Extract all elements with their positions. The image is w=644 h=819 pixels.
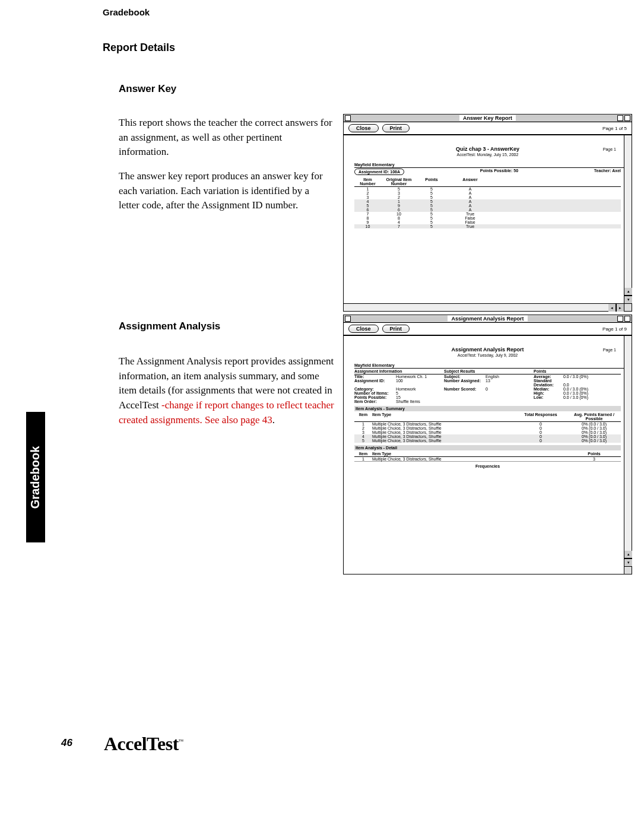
brand-logo: AccelTest™	[104, 733, 183, 755]
zoom-box-icon[interactable]	[617, 316, 623, 322]
value: 100	[396, 379, 403, 383]
window-title: Answer Key Report	[459, 115, 516, 121]
label: Number Scored:	[444, 387, 486, 391]
value: English	[486, 374, 499, 379]
points-possible-label: Points Possible: 50	[404, 169, 594, 175]
section-assignment-info: Assignment Information	[354, 369, 442, 373]
subsection-answer-key: Answer Key	[119, 83, 176, 95]
table-row: 2Multiple Choice, 3 Distractors, Shuffle…	[354, 426, 621, 430]
scroll-right-icon[interactable]: ▸	[616, 304, 624, 312]
cell: Multiple Choice, 3 Distractors, Shuffle	[372, 457, 567, 461]
report-body: Page 1 Quiz chap 3 - AnswerKey AccelTest…	[344, 135, 632, 302]
col-points: Points	[567, 452, 621, 456]
assignment-id-bubble: Assignment ID: 108A	[354, 169, 404, 175]
table-row: 3Multiple Choice, 3 Distractors, Shuffle…	[354, 430, 621, 434]
scroll-left-icon[interactable]: ◂	[608, 304, 616, 312]
label: High:	[534, 391, 563, 395]
table-row: 4Multiple Choice, 3 Distractors, Shuffle…	[354, 434, 621, 439]
scroll-down-icon[interactable]: ▾	[624, 296, 632, 303]
report-subtitle: AccelTest: Monday, July 15, 2002	[348, 153, 627, 157]
label: Number of Items:	[354, 391, 396, 395]
collapse-box-icon[interactable]	[624, 115, 630, 121]
label: Assignment ID:	[354, 379, 396, 383]
value: 13	[486, 379, 490, 383]
frequencies-label: Frequencies	[354, 464, 621, 468]
table-row: 885False	[354, 216, 621, 220]
running-header: Gradebook	[103, 7, 150, 17]
sidebar-tab: Gradebook	[26, 412, 45, 542]
table-row: 945False	[354, 220, 621, 224]
col-item-number: Item Number	[354, 177, 381, 186]
value: Shuffle Items	[396, 399, 420, 404]
trademark: ™	[179, 738, 183, 744]
label: Standard Deviation:	[534, 379, 563, 387]
value: 0.0 / 3.0 (0%)	[563, 391, 588, 395]
summary-rows: 1Multiple Choice, 3 Distractors, Shuffle…	[348, 422, 627, 443]
paragraph: This report shows the teacher the correc…	[119, 116, 332, 160]
scroll-down-icon[interactable]: ▾	[624, 558, 632, 566]
window-toolbar: Close Print Page 1 of 9	[344, 323, 632, 336]
close-button[interactable]: Close	[348, 325, 379, 333]
col-points: Points	[417, 177, 446, 186]
table-row: 5Multiple Choice, 3 Distractors, Shuffle…	[354, 439, 621, 443]
value: 0.0 / 3.0 (0%)	[563, 395, 588, 399]
page-indicator: Page 1 of 9	[602, 326, 627, 332]
cell: 1	[354, 457, 372, 461]
close-box-icon[interactable]	[345, 316, 351, 322]
col-item: Item	[354, 412, 372, 421]
value: 0.0 / 3.0 (0%)	[563, 387, 588, 391]
vertical-scrollbar[interactable]: ▴ ▾	[624, 135, 632, 303]
paragraph: The answer key report produces an answer…	[119, 169, 332, 213]
print-button[interactable]: Print	[382, 325, 410, 333]
label: Item Order:	[354, 399, 396, 404]
window-titlebar[interactable]: Answer Key Report	[344, 115, 632, 122]
section-title: Report Details	[103, 42, 175, 54]
window-title: Assignment Analysis Report	[448, 316, 527, 322]
report-subtitle: AccelTest: Tuesday, July 9, 2002	[348, 353, 627, 357]
horizontal-scrollbar[interactable]: ◂ ▸	[344, 303, 624, 311]
page-number: 46	[61, 737, 72, 749]
value: 5	[396, 391, 398, 395]
close-box-icon[interactable]	[345, 115, 351, 121]
resize-handle-icon[interactable]	[624, 566, 632, 574]
table-row: 415A	[354, 199, 621, 204]
subsection-assignment-analysis: Assignment Analysis	[119, 320, 220, 332]
report-title: Quiz chap 3 - AnswerKey	[348, 146, 627, 152]
vertical-scrollbar[interactable]: ▴ ▾	[624, 336, 632, 566]
col-total-responses: Total Responses	[514, 412, 567, 421]
print-button[interactable]: Print	[382, 124, 410, 132]
report-title: Assignment Analysis Report	[348, 347, 627, 353]
table-row: 1075True	[354, 224, 621, 228]
value: 0.0	[563, 383, 569, 387]
label: Average:	[534, 374, 563, 379]
report-page-number: Page 1	[603, 348, 616, 352]
page-indicator: Page 1 of 5	[602, 126, 627, 131]
section-item-analysis-detail: Item Analysis - Detail	[354, 445, 621, 450]
answer-key-report-window: Answer Key Report Close Print Page 1 of …	[343, 114, 632, 312]
table-row: 325A	[354, 195, 621, 199]
collapse-box-icon[interactable]	[624, 316, 630, 322]
value: 0	[486, 387, 488, 391]
cell: 3	[567, 457, 621, 461]
resize-handle-icon[interactable]	[624, 303, 632, 311]
col-avg-points: Avg. Points Earned / Possible	[567, 412, 621, 421]
table-row: 595A	[354, 204, 621, 208]
window-titlebar[interactable]: Assignment Analysis Report	[344, 315, 632, 323]
label: Subject:	[444, 374, 486, 379]
value: Homework	[396, 387, 415, 391]
report-page-number: Page 1	[603, 147, 616, 151]
scroll-up-icon[interactable]: ▴	[624, 288, 632, 296]
summary-table-header: Item Item Type Total Responses Avg. Poin…	[354, 412, 621, 422]
label: Median:	[534, 387, 563, 391]
section-subject-results: Subject Results	[444, 369, 531, 373]
scroll-up-icon[interactable]: ▴	[624, 551, 632, 558]
col-item: Item	[354, 452, 372, 456]
zoom-box-icon[interactable]	[617, 115, 623, 121]
close-button[interactable]: Close	[348, 124, 379, 132]
col-item-type: Item Type	[372, 412, 514, 421]
label: Number Assigned:	[444, 379, 486, 383]
text: .	[272, 414, 275, 426]
table-row: 7105True	[354, 212, 621, 216]
col-original-item: Original Item Number	[381, 177, 417, 186]
col-item-type: Item Type	[372, 452, 567, 456]
